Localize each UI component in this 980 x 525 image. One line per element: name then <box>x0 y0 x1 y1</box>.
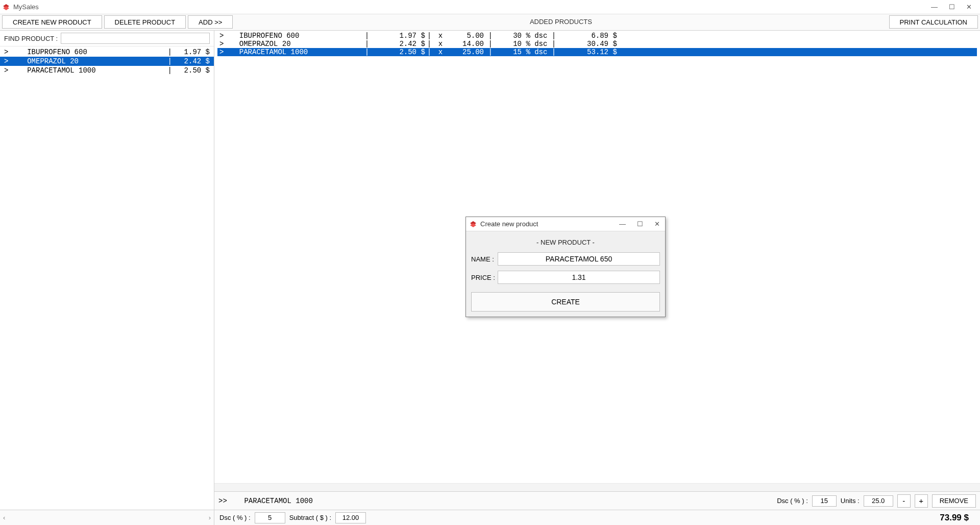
added-name: OMEPRAZOL 20 <box>231 40 363 48</box>
added-price: 1.97 <box>371 32 416 40</box>
product-row[interactable]: > PARACETAMOL 1000|2.50 $ <box>0 66 214 75</box>
dialog-close-icon[interactable]: ✕ <box>654 220 660 228</box>
added-qty: 25.00 <box>448 48 484 56</box>
chevron-right-icon: > <box>219 48 231 56</box>
units-increase-button[interactable]: + <box>915 494 928 508</box>
product-row[interactable]: > IBUPROFENO 600|1.97 $ <box>0 47 214 57</box>
dialog-price-label: PRICE : <box>471 274 498 281</box>
dialog-header: - NEW PRODUCT - <box>471 235 660 252</box>
added-price: 2.50 <box>371 48 416 56</box>
window-title: MySales <box>13 3 39 11</box>
chevron-right-icon: > <box>4 57 14 65</box>
footer-units-input[interactable] <box>864 495 893 507</box>
added-products-label: ADDED PRODUCTS <box>235 14 887 30</box>
create-product-dialog: Create new product — ☐ ✕ - NEW PRODUCT -… <box>465 217 666 317</box>
dialog-name-input[interactable] <box>498 252 660 266</box>
chevron-right-icon: > <box>219 32 231 40</box>
selected-prefix: >> <box>218 497 227 505</box>
right-pane: > IBUPROFENO 600|1.97 $|x5.00 |30 % dsc … <box>214 31 980 510</box>
bottom-bar: ‹ › Dsc ( % ) : Subtract ( $ ) : 73.99 $ <box>0 510 980 525</box>
product-price: 2.50 $ <box>174 66 210 75</box>
titlebar: MySales — ☐ ✕ <box>0 0 980 14</box>
window-maximize-icon[interactable]: ☐ <box>949 3 955 11</box>
app-icon <box>2 3 10 11</box>
chevron-right-icon: > <box>4 48 14 56</box>
footer-dsc-input[interactable] <box>812 495 837 507</box>
added-qty: 14.00 <box>448 40 484 48</box>
added-dsc: 10 <box>491 40 522 48</box>
added-total: 30.49 <box>557 40 608 48</box>
added-row[interactable]: > OMEPRAZOL 20|2.42 $|x14.00 |10 % dsc |… <box>217 40 977 48</box>
product-price: 2.42 $ <box>174 57 210 65</box>
chevron-right-icon: > <box>4 66 14 75</box>
units-decrease-button[interactable]: - <box>897 494 911 508</box>
bottom-dsc-label: Dsc ( % ) : <box>219 514 251 521</box>
added-name: PARACETAMOL 1000 <box>231 48 363 56</box>
product-list[interactable]: > IBUPROFENO 600|1.97 $> OMEPRAZOL 20|2.… <box>0 46 214 510</box>
scroll-right-arrow-icon[interactable]: › <box>209 514 211 521</box>
dialog-create-button[interactable]: CREATE <box>471 292 660 312</box>
dialog-maximize-icon[interactable]: ☐ <box>637 220 643 228</box>
added-total: 53.12 <box>557 48 608 56</box>
svg-marker-3 <box>470 223 476 227</box>
left-horizontal-scrollbar[interactable]: ‹ › <box>0 510 214 525</box>
added-row[interactable]: > IBUPROFENO 600|1.97 $|x5.00 |30 % dsc … <box>217 32 977 40</box>
dialog-price-input[interactable] <box>498 271 660 284</box>
bottom-dsc-input[interactable] <box>255 512 285 523</box>
bottom-subtract-label: Subtract ( $ ) : <box>289 514 331 521</box>
added-dsc: 15 <box>491 48 522 56</box>
find-product-label: FIND PRODUCT : <box>4 35 58 42</box>
toolbar: CREATE NEW PRODUCT DELETE PRODUCT ADD >>… <box>0 14 980 31</box>
bottom-subtract-input[interactable] <box>335 512 366 523</box>
add-button[interactable]: ADD >> <box>188 15 233 29</box>
product-name: PARACETAMOL 1000 <box>14 66 166 75</box>
window-close-icon[interactable]: ✕ <box>966 3 972 11</box>
left-pane: FIND PRODUCT : > IBUPROFENO 600|1.97 $> … <box>0 31 214 510</box>
added-name: IBUPROFENO 600 <box>231 32 363 40</box>
product-name: IBUPROFENO 600 <box>14 48 166 56</box>
added-row[interactable]: > PARACETAMOL 1000|2.50 $|x25.00 |15 % d… <box>217 48 977 56</box>
product-row[interactable]: > OMEPRAZOL 20|2.42 $ <box>0 57 214 66</box>
added-horizontal-scrollbar[interactable] <box>214 483 980 491</box>
dialog-title: Create new product <box>480 220 538 228</box>
chevron-right-icon: > <box>219 40 231 48</box>
window-minimize-icon[interactable]: — <box>931 3 938 11</box>
footer-dsc-label: Dsc ( % ) : <box>777 497 808 505</box>
added-price: 2.42 <box>371 40 416 48</box>
remove-button[interactable]: REMOVE <box>932 494 976 508</box>
dialog-app-icon <box>469 220 477 228</box>
selected-product-name: PARACETAMOL 1000 <box>244 497 312 505</box>
dialog-minimize-icon[interactable]: — <box>619 220 626 228</box>
grand-total: 73.99 $ <box>940 513 975 523</box>
delete-product-button[interactable]: DELETE PRODUCT <box>104 15 186 29</box>
added-total: 6.89 <box>557 32 608 40</box>
create-new-product-button[interactable]: CREATE NEW PRODUCT <box>2 15 102 29</box>
product-price: 1.97 $ <box>174 48 210 56</box>
scroll-left-arrow-icon[interactable]: ‹ <box>3 514 5 521</box>
footer-units-label: Units : <box>841 497 860 505</box>
added-dsc: 30 <box>491 32 522 40</box>
find-product-input[interactable] <box>61 33 210 44</box>
added-footer: >> PARACETAMOL 1000 Dsc ( % ) : Units : … <box>214 491 980 510</box>
added-qty: 5.00 <box>448 32 484 40</box>
dialog-name-label: NAME : <box>471 255 498 263</box>
product-name: OMEPRAZOL 20 <box>14 57 166 65</box>
print-calculation-button[interactable]: PRINT CALCULATION <box>889 15 978 29</box>
